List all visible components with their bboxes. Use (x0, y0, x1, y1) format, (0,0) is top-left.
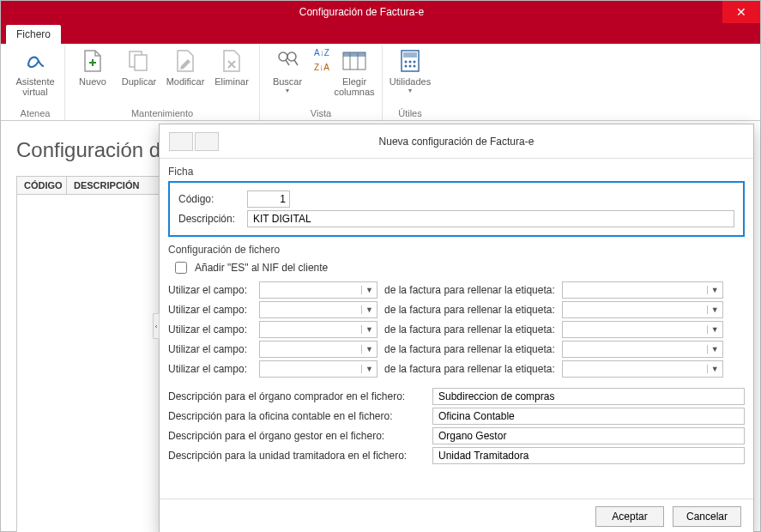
chevron-down-icon: ▼ (707, 286, 722, 294)
new-label: Nuevo (79, 76, 106, 87)
search-icon (274, 47, 301, 75)
add-es-checkbox[interactable] (175, 262, 187, 274)
new-icon (79, 47, 106, 75)
svg-point-10 (414, 61, 416, 63)
target-tag-combo[interactable]: ▼ (562, 301, 723, 318)
code-label: Código: (178, 193, 242, 205)
ribbon-group-utiles: Utilidades ▾ Útiles (383, 45, 438, 120)
fill-tag-label: de la factura para rellenar la etiqueta: (384, 304, 555, 316)
choose-columns-button[interactable]: Elegir columnas (332, 45, 377, 99)
search-button[interactable]: Buscar ▾ (265, 45, 310, 96)
map-row: Utilizar el campo:▼de la factura para re… (168, 301, 745, 318)
art-lines-icon (195, 132, 219, 151)
source-field-combo[interactable]: ▼ (259, 301, 377, 318)
sort-za-button[interactable]: Z↓A (313, 60, 330, 74)
art-image-icon (169, 132, 193, 151)
use-field-label: Utilizar el campo: (168, 343, 252, 355)
use-field-label: Utilizar el campo: (168, 304, 252, 316)
main-window: Configuración de Factura-e ✕ Fichero Asi… (0, 0, 761, 532)
desc-row: Descripción para la oficina contable en … (168, 408, 745, 425)
desc-row: Descripción para el órgano gestor en el … (168, 427, 745, 444)
columns-icon (341, 47, 368, 75)
delete-icon (218, 47, 245, 75)
alpha-icon (21, 47, 49, 75)
svg-point-9 (409, 61, 412, 63)
assistant-button[interactable]: Asistente virtual (11, 45, 59, 99)
window-title: Configuración de Factura-e (1, 6, 722, 18)
desc-row-input[interactable] (432, 388, 745, 405)
use-field-label: Utilizar el campo: (168, 323, 252, 336)
new-config-dialog: ‹ Nueva configuración de Factura-e Ficha… (159, 124, 754, 532)
dialog-title: Nueva configuración de Factura-e (228, 136, 753, 148)
use-field-label: Utilizar el campo: (168, 363, 252, 375)
chevron-down-icon: ▼ (361, 345, 377, 354)
desc-row-input[interactable] (432, 447, 745, 464)
desc-row: Descripción para la unidad tramitadora e… (168, 447, 745, 464)
sort-stack: A↓Z Z↓A (313, 45, 330, 74)
tab-fichero[interactable]: Fichero (6, 25, 61, 44)
fill-tag-label: de la factura para rellenar la etiqueta: (384, 323, 555, 336)
target-tag-combo[interactable]: ▼ (562, 360, 723, 378)
desc-row-label: Descripción para el órgano comprador en … (168, 390, 426, 402)
sort-az-button[interactable]: A↓Z (313, 45, 330, 59)
desc-label: Descripción: (178, 213, 242, 225)
section-file-config: Configuración de fichero (168, 244, 745, 256)
target-tag-combo[interactable]: ▼ (562, 341, 723, 358)
chevron-down-icon: ▼ (707, 365, 722, 373)
source-field-combo[interactable]: ▼ (259, 281, 377, 299)
desc-row: Descripción para el órgano comprador en … (168, 388, 745, 405)
map-row: Utilizar el campo:▼de la factura para re… (168, 360, 745, 378)
svg-point-12 (409, 65, 412, 68)
sort-za-icon: Z↓A (314, 63, 329, 72)
target-tag-combo[interactable]: ▼ (562, 281, 723, 299)
ribbon-tabstrip: Fichero (1, 23, 760, 44)
fill-tag-label: de la factura para rellenar la etiqueta: (384, 284, 555, 296)
source-field-combo[interactable]: ▼ (259, 360, 377, 378)
cancel-button[interactable]: Cancelar (673, 506, 741, 527)
desc-row-label: Descripción para el órgano gestor en el … (168, 430, 426, 442)
dialog-buttons: Aceptar Cancelar (160, 499, 753, 532)
map-row: Utilizar el campo:▼de la factura para re… (168, 341, 745, 358)
group-label-atenea: Atenea (21, 108, 51, 120)
modify-label: Modificar (166, 76, 205, 87)
group-label-vista: Vista (311, 108, 331, 120)
dialog-titlebar: Nueva configuración de Factura-e (160, 124, 753, 159)
source-field-combo[interactable]: ▼ (259, 321, 377, 338)
modify-button[interactable]: Modificar (163, 45, 208, 88)
duplicate-icon (125, 47, 153, 75)
close-icon: ✕ (736, 5, 746, 19)
chevron-down-icon: ▼ (707, 345, 722, 354)
ribbon-group-mantenimiento: Nuevo Duplicar Modificar (65, 45, 260, 120)
delete-label: Eliminar (214, 76, 249, 87)
chevron-down-icon: ▼ (361, 305, 377, 314)
accept-button[interactable]: Aceptar (595, 506, 664, 527)
svg-point-13 (414, 65, 416, 68)
add-es-checkbox-row: Añadir "ES" al NIF del cliente (172, 259, 745, 276)
svg-point-8 (405, 61, 408, 63)
duplicate-label: Duplicar (122, 76, 156, 87)
chevron-down-icon: ▼ (361, 365, 377, 373)
duplicate-button[interactable]: Duplicar (117, 45, 161, 88)
target-tag-combo[interactable]: ▼ (562, 321, 723, 338)
svg-point-11 (405, 65, 408, 68)
use-field-label: Utilizar el campo: (168, 284, 252, 296)
new-button[interactable]: Nuevo (70, 45, 115, 88)
code-input[interactable] (247, 190, 290, 208)
group-label-utiles: Útiles (398, 108, 422, 120)
utilities-button[interactable]: Utilidades ▾ (388, 45, 432, 96)
source-field-combo[interactable]: ▼ (259, 341, 377, 358)
collapse-handle[interactable]: ‹ (153, 313, 160, 339)
ribbon: Asistente virtual Atenea Nuevo Duplicar (1, 44, 760, 121)
svg-rect-7 (403, 52, 417, 57)
close-button[interactable]: ✕ (722, 1, 760, 23)
chevron-down-icon: ▼ (361, 286, 377, 294)
ribbon-group-atenea: Asistente virtual Atenea (6, 45, 65, 120)
desc-row-input[interactable] (432, 427, 745, 444)
delete-button[interactable]: Eliminar (209, 45, 254, 88)
desc-row-input[interactable] (432, 408, 745, 425)
col-codigo[interactable]: CÓDIGO (17, 177, 67, 194)
fill-tag-label: de la factura para rellenar la etiqueta: (384, 363, 555, 375)
svg-point-2 (279, 52, 287, 61)
chevron-down-icon: ▼ (707, 305, 722, 314)
desc-input[interactable] (247, 210, 734, 227)
